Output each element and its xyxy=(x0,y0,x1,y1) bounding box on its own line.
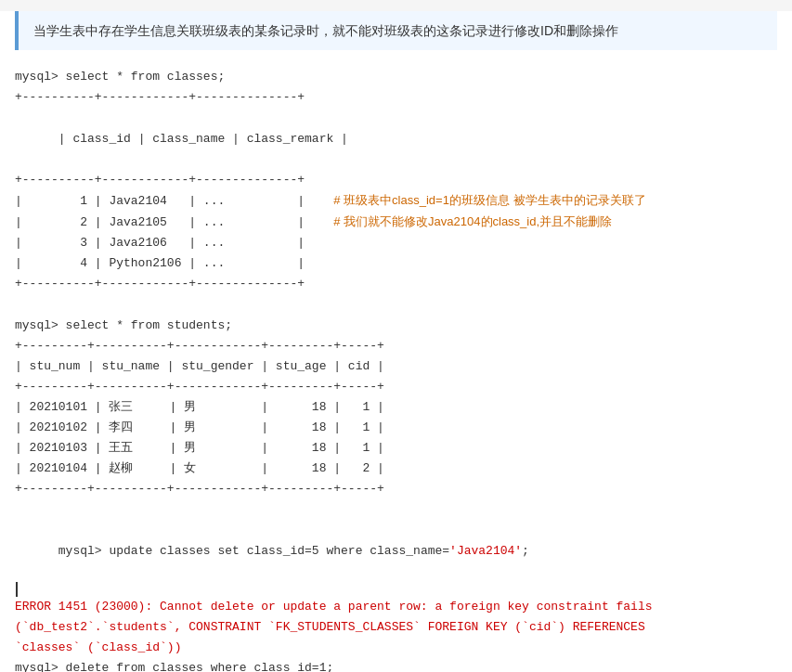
classes-row-1: | 1 | Java2104 | ... | # 班级表中class_id=1的… xyxy=(15,190,777,212)
table-border-mid-2: +---------+----------+------------+-----… xyxy=(15,377,777,397)
error1-line1: ERROR 1451 (23000): Cannot delete or upd… xyxy=(15,597,777,617)
table-border-top-1: +----------+------------+--------------+ xyxy=(15,87,777,108)
select-students-prompt: mysql> select * from students; xyxy=(15,316,777,336)
select-classes-prompt: mysql> select * from classes; xyxy=(15,67,777,87)
error1-line3: `classes` (`class_id`)) xyxy=(15,638,777,658)
students-row-2: | 20210102 | 李四 | 男 | 18 | 1 | xyxy=(15,418,777,438)
update-cmd-end: ; xyxy=(522,544,529,558)
cursor-line xyxy=(15,582,777,597)
students-row-1: | 20210101 | 张三 | 男 | 18 | 1 | xyxy=(15,397,777,418)
table-border-mid-1: +----------+------------+--------------+ xyxy=(15,170,777,190)
error1-line2: (`db_test2`.`students`, CONSTRAINT `FK_S… xyxy=(15,617,777,638)
blank-2 xyxy=(15,499,777,520)
notice-bar: 当学生表中存在学生信息关联班级表的某条记录时，就不能对班级表的这条记录进行修改I… xyxy=(15,11,777,50)
notice-text: 当学生表中存在学生信息关联班级表的某条记录时，就不能对班级表的这条记录进行修改I… xyxy=(33,23,618,38)
comment2: # 我们就不能修改Java2104的class_id,并且不能删除 xyxy=(333,214,612,228)
update-cmd-string: 'Java2104' xyxy=(449,544,522,558)
table-header-1-text: | class_id | class_name | class_remark | xyxy=(58,132,348,146)
update-cmd-prompt: mysql> update classes set class_id=5 whe… xyxy=(58,544,449,558)
table-header-2: | stu_num | stu_name | stu_gender | stu_… xyxy=(15,356,777,377)
table-border-top-2: +---------+----------+------------+-----… xyxy=(15,336,777,356)
blank-1 xyxy=(15,294,777,315)
classes-row-2: | 2 | Java2105 | ... | # 我们就不能修改Java2104… xyxy=(15,212,777,233)
delete-cmd-prompt: mysql> delete from classes where class_i… xyxy=(15,658,777,672)
classes-row-4: | 4 | Python2106 | ... | xyxy=(15,253,777,274)
table-border-bot-1: +----------+------------+--------------+ xyxy=(15,274,777,294)
update-cmd-line: mysql> update classes set class_id=5 whe… xyxy=(15,520,777,581)
table-header-1: | class_id | class_name | class_remark | xyxy=(15,109,777,170)
comment1: # 班级表中class_id=1的班级信息 被学生表中的记录关联了 xyxy=(333,193,645,207)
table-border-bot-2: +---------+----------+------------+-----… xyxy=(15,479,777,499)
page-container: 当学生表中存在学生信息关联班级表的某条记录时，就不能对班级表的这条记录进行修改I… xyxy=(0,11,792,672)
code-area: mysql> select * from classes; +---------… xyxy=(0,61,792,672)
students-row-4: | 20210104 | 赵柳 | 女 | 18 | 2 | xyxy=(15,459,777,479)
classes-row-3: | 3 | Java2106 | ... | xyxy=(15,233,777,253)
students-row-3: | 20210103 | 王五 | 男 | 18 | 1 | xyxy=(15,438,777,459)
cursor-icon xyxy=(16,582,18,597)
